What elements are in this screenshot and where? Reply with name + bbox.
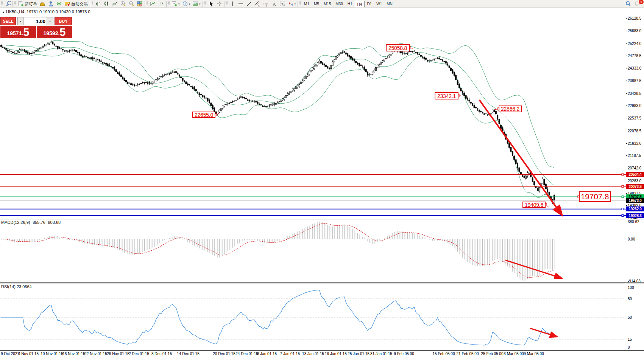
line-chart-button[interactable] (111, 0, 119, 8)
period-separators-button[interactable] (157, 0, 165, 8)
equidistant-channel-button[interactable]: E (253, 0, 262, 8)
main-chart-pane[interactable] (0, 8, 626, 218)
text-icon: A (271, 1, 277, 7)
auto-trading-button[interactable]: 自动交易 (63, 0, 89, 8)
chat-button[interactable]: 1 (634, 0, 642, 8)
candlestick-chart-button[interactable] (102, 0, 111, 8)
macd-label: MACD(12,26,9) -855.76 -803.68 (1, 220, 61, 225)
new-order-button[interactable]: 新订单 (17, 0, 38, 8)
timeframe-m1-button[interactable]: M1 (302, 1, 312, 7)
price-axis-line[interactable] (626, 8, 626, 350)
zoom-out-icon (128, 1, 134, 7)
rsi-pane[interactable] (0, 284, 626, 350)
svg-text:T: T (281, 3, 283, 6)
macd-pane-top-border (0, 219, 644, 219)
text-button[interactable]: A (270, 0, 278, 8)
time-axis-label: 9 Oct 2021 (1, 352, 19, 356)
time-axis-label: 24 Dec 01:15 (235, 352, 258, 356)
period-separators-icon (158, 1, 164, 7)
sell-button[interactable]: SELL (0, 17, 16, 25)
volume-decrease-button[interactable]: ▼ (17, 17, 24, 25)
time-axis-label: 7 Jan 01:15 (280, 352, 300, 356)
price-annotation[interactable]: 19707.8 (579, 191, 611, 202)
time-axis-label: 4 Nov 01:15 (18, 352, 39, 356)
time-axis-label: 2 Dec 01:15 (129, 352, 149, 356)
bar-chart-button[interactable] (94, 0, 102, 8)
toolbar-grip[interactable] (147, 1, 148, 7)
crosshair-tool-button[interactable] (215, 0, 223, 8)
zoom-out-button[interactable] (127, 0, 136, 8)
timeframe-m30-button[interactable]: M30 (333, 1, 345, 7)
zoom-in-button[interactable] (119, 0, 127, 8)
pane-splitter[interactable] (0, 218, 644, 218)
macd-pane[interactable] (0, 219, 626, 282)
timeframe-m5-button[interactable]: M5 (312, 1, 321, 7)
timeframe-h4-button[interactable]: H4 (355, 1, 365, 7)
time-axis-label: 10 Nov 01:15 (41, 352, 63, 356)
macd-axis-label: 380.62 (628, 220, 639, 224)
pane-splitter[interactable] (0, 282, 644, 282)
fibonacci-button[interactable]: F (262, 0, 270, 8)
price-badge: 20073.8 (626, 184, 644, 189)
buy-button[interactable]: BUY (55, 17, 72, 25)
magnifier-partial-icon[interactable] (3, 0, 12, 8)
time-axis-label: 21 Feb 05:00 (457, 352, 479, 356)
alerts-button[interactable] (55, 0, 63, 8)
horizontal-line-button[interactable] (237, 0, 245, 8)
toolbar-separator (203, 1, 203, 7)
chart-title-text: HK50-,H4 19761.0 19910.0 19420.0 19573.0 (6, 9, 90, 14)
sell-price-big-digit: 5 (23, 27, 29, 38)
toolbar-grip[interactable] (168, 1, 170, 7)
vertical-line-button[interactable] (228, 0, 237, 8)
price-annotation[interactable]: 22866.2 (499, 106, 522, 112)
timeframe-w1-button[interactable]: W1 (374, 1, 384, 7)
text-label-button[interactable]: T (278, 0, 287, 8)
volume-input[interactable] (24, 17, 47, 25)
indicators-window-button[interactable] (149, 0, 157, 8)
price-annotation[interactable]: 22655.0 (192, 112, 215, 118)
time-axis-label: 14 Dec 01:15 (177, 352, 200, 356)
toolbar-grip[interactable] (14, 1, 16, 7)
new-chart-icon (172, 1, 178, 7)
toolbar-grip[interactable] (226, 1, 228, 7)
toolbar-grip[interactable] (1, 1, 3, 7)
timeframe-mn-button[interactable]: MN (384, 1, 395, 7)
templates-button[interactable]: ▾ (191, 0, 202, 8)
cursor-tool-button[interactable] (207, 0, 215, 8)
chevron-down-icon: ▾ (295, 3, 296, 5)
timeframe-h1-button[interactable]: H1 (345, 1, 355, 7)
vertical-line-icon (229, 1, 235, 7)
tile-windows-button[interactable] (136, 0, 144, 8)
profiles-button[interactable]: ▾ (181, 0, 192, 8)
new-chart-button[interactable]: ▾ (170, 0, 181, 8)
price-badge: 19573.0 (626, 198, 644, 203)
buy-price[interactable]: 19592. 5 (37, 26, 72, 38)
volume-increase-button[interactable]: ▲ (47, 17, 53, 25)
toolbar-grip[interactable] (92, 1, 93, 7)
chevron-down-icon: ▾ (178, 3, 180, 5)
text-label-icon: T (279, 1, 285, 7)
timeframe-m15-button[interactable]: M15 (321, 1, 333, 7)
trendline-button[interactable] (245, 0, 253, 8)
toolbar-grip[interactable] (204, 1, 206, 7)
sell-price[interactable]: 19571. 5 (0, 26, 36, 38)
channel-icon: E (254, 1, 260, 7)
history-center-button[interactable] (38, 0, 47, 8)
timeframe-d1-button[interactable]: D1 (365, 1, 374, 7)
toolbar-separator (145, 1, 145, 7)
alerts-icon (56, 1, 62, 7)
market-watch-button[interactable] (47, 0, 55, 8)
rsi-pane-bottom-border (0, 350, 644, 351)
time-axis-label: 25 Jan 01:15 (348, 352, 370, 356)
price-axis-label: 22983.0 (628, 104, 641, 108)
search-button[interactable] (624, 0, 632, 8)
svg-text:E: E (258, 5, 260, 7)
price-annotation[interactable]: 19409.6 (522, 202, 546, 208)
arrows-icon (288, 1, 294, 7)
price-annotation[interactable]: 23342.1 (435, 92, 458, 99)
arrows-button[interactable]: ▾ (287, 0, 297, 8)
rsi-label: RSI(14) 23.0664 (1, 284, 32, 289)
price-annotation[interactable]: 25058.8 (386, 44, 410, 51)
buy-price-main: 19592. (44, 29, 60, 38)
toolbar-grip[interactable] (299, 1, 301, 7)
